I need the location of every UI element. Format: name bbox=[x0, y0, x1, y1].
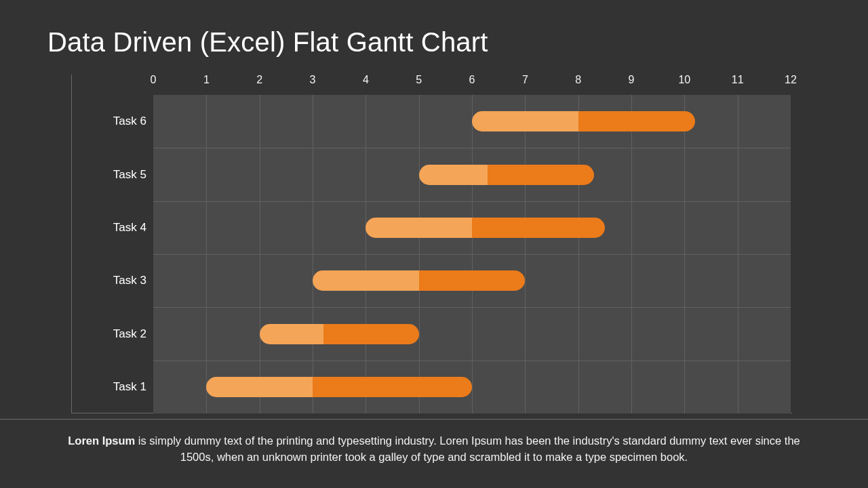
grid-line-horizontal bbox=[153, 361, 791, 361]
gantt-bar-completed bbox=[313, 270, 419, 291]
grid-line-horizontal bbox=[153, 201, 791, 202]
x-tick-label: 8 bbox=[575, 74, 581, 86]
x-tick-label: 10 bbox=[678, 74, 690, 86]
gantt-bar-remaining bbox=[313, 377, 472, 397]
gantt-bar bbox=[419, 165, 595, 185]
x-tick-label: 11 bbox=[732, 74, 744, 86]
gantt-bar-remaining bbox=[472, 218, 605, 238]
x-tick-label: 5 bbox=[416, 74, 422, 86]
x-tick-label: 6 bbox=[469, 74, 475, 86]
gantt-bar-completed bbox=[260, 324, 323, 344]
caption-lead: Loren Ipsum bbox=[68, 434, 135, 447]
x-tick-label: 4 bbox=[363, 74, 369, 86]
caption-body: is simply dummy text of the printing and… bbox=[135, 434, 800, 463]
gantt-bar-completed bbox=[472, 111, 578, 131]
gantt-bar-remaining bbox=[578, 111, 695, 131]
category-label: Task 4 bbox=[72, 221, 146, 235]
x-tick-label: 2 bbox=[256, 74, 262, 86]
slide-title: Data Driven (Excel) Flat Gantt Chart bbox=[47, 27, 488, 58]
x-tick-label: 12 bbox=[785, 74, 797, 86]
caption-text: Loren Ipsum is simply dummy text of the … bbox=[54, 433, 814, 466]
gantt-bar-completed bbox=[366, 218, 472, 238]
gantt-bar bbox=[366, 218, 605, 238]
grid-line-horizontal bbox=[153, 254, 791, 255]
category-label: Task 2 bbox=[72, 327, 146, 341]
x-tick-label: 3 bbox=[310, 74, 316, 86]
grid-line-horizontal bbox=[153, 148, 791, 148]
gantt-bar bbox=[260, 324, 419, 344]
gantt-bar-completed bbox=[206, 377, 313, 397]
x-tick-label: 7 bbox=[522, 74, 528, 86]
grid-line-horizontal bbox=[153, 307, 791, 308]
gantt-bar-remaining bbox=[419, 270, 526, 291]
gantt-bar-completed bbox=[419, 165, 488, 185]
gantt-bar bbox=[472, 111, 695, 131]
gantt-chart: 0123456789101112 Task 6Task 5Task 4Task … bbox=[71, 75, 792, 413]
category-label: Task 3 bbox=[72, 274, 146, 287]
x-tick-label: 9 bbox=[629, 74, 635, 86]
gantt-bar bbox=[206, 377, 472, 397]
gantt-bar bbox=[313, 270, 525, 291]
x-tick-label: 0 bbox=[151, 74, 157, 86]
caption-section: Loren Ipsum is simply dummy text of the … bbox=[0, 419, 868, 466]
plot-area bbox=[153, 95, 791, 413]
x-tick-label: 1 bbox=[203, 74, 210, 86]
category-label: Task 6 bbox=[72, 115, 146, 128]
gantt-bar-remaining bbox=[488, 165, 594, 185]
category-label: Task 5 bbox=[72, 168, 146, 182]
gantt-bar-remaining bbox=[323, 324, 419, 344]
category-label: Task 1 bbox=[72, 380, 146, 394]
